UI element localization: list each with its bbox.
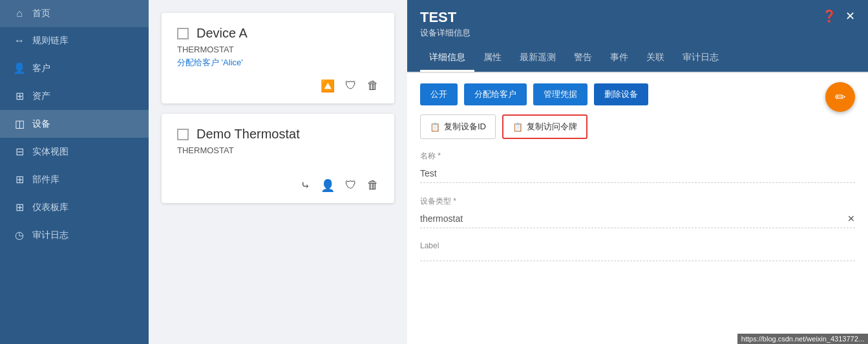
device-name-a: Device A [196,26,248,41]
form-value-label [420,253,855,261]
close-icon[interactable]: ✕ [845,9,855,23]
sidebar-item-label: 客户 [32,63,50,74]
device-list: Device A THERMOSTAT 分配给客户 'Alice' 🔼 🛡 🗑 … [149,0,407,344]
detail-header-info: TEST 设备详细信息 [420,9,471,39]
device-checkbox-demo[interactable] [177,129,189,140]
sidebar-item-label: 实体视图 [32,146,69,158]
tab-telemetry[interactable]: 最新遥测 [511,45,565,72]
device-card-header: Device A [177,26,379,41]
sidebar-item-label: 设备 [32,118,50,130]
person-icon: 👤 [13,62,26,74]
detail-panel: TEST 设备详细信息 ❓ ✕ 详细信息 属性 最新遥测 警告 事件 关联 审计… [407,0,868,344]
form-field-device-type: 设备类型 * thermostat ✕ [420,196,855,228]
copy-token-button[interactable]: 📋 复制访问令牌 [502,114,587,139]
sidebar-item-dashboards[interactable]: ⊞ 仪表板库 [0,193,149,221]
tab-audit[interactable]: 审计日志 [673,45,728,72]
sidebar: ⌂ 首页 ↔ 规则链库 👤 客户 ⊞ 资产 ◫ 设备 ⊟ 实体视图 ⊞ 部件库 … [0,0,149,344]
assign-button[interactable]: 分配给客户 [464,83,527,105]
home-icon: ⌂ [13,8,26,19]
sidebar-item-label: 部件库 [32,174,59,186]
assets-icon: ⊞ [13,90,26,102]
clear-device-type-button[interactable]: ✕ [847,213,855,224]
form-label-label: Label [420,241,855,250]
copy-id-icon: 📋 [430,122,440,132]
devices-icon: ◫ [13,118,26,130]
tab-attributes[interactable]: 属性 [474,45,511,72]
sidebar-item-home[interactable]: ⌂ 首页 [0,0,149,27]
share-icon-demo[interactable]: ⤷ [301,178,310,193]
shield-icon-a[interactable]: 🛡 [345,79,357,93]
form-field-name: 名称 * Test [420,151,855,183]
tab-relations[interactable]: 关联 [637,45,673,72]
detail-tabs: 详细信息 属性 最新遥测 警告 事件 关联 审计日志 [407,45,868,73]
action-buttons: 公开 分配给客户 管理凭据 删除设备 [420,83,855,105]
detail-header-actions: ❓ ✕ [822,9,855,23]
detail-header: TEST 设备详细信息 ❓ ✕ [407,0,868,45]
public-button[interactable]: 公开 [420,83,458,105]
sidebar-item-label: 仪表板库 [32,202,69,213]
sidebar-item-rules[interactable]: ↔ 规则链库 [0,27,149,54]
form-label-name: 名称 * [420,151,855,162]
device-name-demo: Demo Thermostat [196,127,300,142]
dashboards-icon: ⊞ [13,201,26,213]
device-type-demo: THERMOSTAT [177,145,379,155]
copy-id-label: 复制设备ID [444,121,486,133]
device-card-a[interactable]: Device A THERMOSTAT 分配给客户 'Alice' 🔼 🛡 🗑 [162,13,394,103]
device-card-header-demo: Demo Thermostat [177,127,379,142]
device-checkbox-a[interactable] [177,28,189,39]
sidebar-item-label: 规则链库 [32,35,69,47]
assign-icon-a[interactable]: 🔼 [321,79,335,93]
form-field-label: Label [420,241,855,261]
entity-icon: ⊟ [13,145,26,158]
sidebar-item-label: 资产 [32,91,50,102]
credentials-button[interactable]: 管理凭据 [533,83,587,105]
audit-icon: ◷ [13,229,26,241]
sidebar-item-entity-view[interactable]: ⊟ 实体视图 [0,138,149,166]
copy-token-label: 复制访问令牌 [527,121,577,133]
sidebar-item-components[interactable]: ⊞ 部件库 [0,166,149,193]
device-card-demo[interactable]: Demo Thermostat THERMOSTAT ⤷ 👤 🛡 🗑 [162,114,394,203]
copy-token-icon: 📋 [513,122,523,132]
device-type-value: thermostat [420,213,463,224]
form-value-name: Test [420,164,855,183]
sidebar-item-label: 审计日志 [32,230,69,241]
delete-icon-a[interactable]: 🗑 [367,79,379,93]
delete-device-button[interactable]: 删除设备 [594,83,648,105]
device-actions-demo: ⤷ 👤 🛡 🗑 [177,178,379,193]
help-icon[interactable]: ❓ [822,9,836,23]
detail-body: ✏ 公开 分配给客户 管理凭据 删除设备 📋 复制设备ID 📋 复制访问令牌 [407,73,868,344]
device-type-a: THERMOSTAT [177,45,379,54]
copy-buttons: 📋 复制设备ID 📋 复制访问令牌 [420,114,855,139]
sidebar-item-assets[interactable]: ⊞ 资产 [0,82,149,110]
sidebar-item-audit[interactable]: ◷ 审计日志 [0,221,149,249]
shield-icon-demo[interactable]: 🛡 [345,178,357,193]
tab-events[interactable]: 事件 [601,45,637,72]
sidebar-item-customers[interactable]: 👤 客户 [0,54,149,82]
copy-id-button[interactable]: 📋 复制设备ID [420,114,496,139]
form-value-device-type: thermostat ✕ [420,210,855,228]
tab-details[interactable]: 详细信息 [420,45,474,72]
url-bar: https://blog.csdn.net/weixin_4313772... [737,334,868,344]
sidebar-item-label: 首页 [32,8,50,19]
sidebar-item-devices[interactable]: ◫ 设备 [0,110,149,138]
device-actions-a: 🔼 🛡 🗑 [177,79,379,93]
fab-edit-button[interactable]: ✏ [825,82,855,112]
person-icon-demo[interactable]: 👤 [321,178,335,193]
main-content: Device A THERMOSTAT 分配给客户 'Alice' 🔼 🛡 🗑 … [149,0,868,344]
detail-title: TEST [420,9,471,26]
form-label-device-type: 设备类型 * [420,196,855,207]
delete-icon-demo[interactable]: 🗑 [367,178,379,193]
device-assigned-a: 分配给客户 'Alice' [177,57,379,69]
rules-icon: ↔ [13,35,26,47]
detail-subtitle: 设备详细信息 [420,27,471,39]
components-icon: ⊞ [13,173,26,186]
tab-alarms[interactable]: 警告 [565,45,601,72]
